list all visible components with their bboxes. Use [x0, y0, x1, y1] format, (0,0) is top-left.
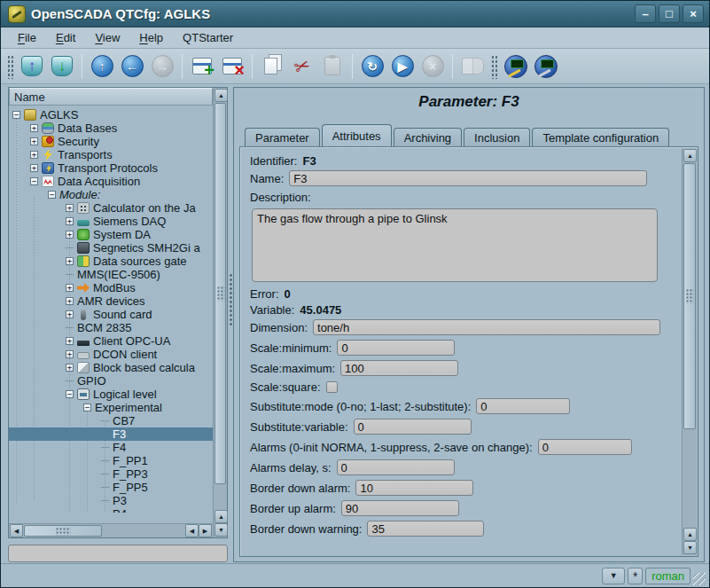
tab-inclusion[interactable]: Inclusion	[464, 128, 530, 146]
tree-vertical-scrollbar[interactable]: ▲ ▲ ▼	[213, 88, 227, 537]
collapse-expander-icon[interactable]: −	[83, 404, 91, 412]
collapse-expander-icon[interactable]: −	[66, 390, 74, 398]
substitute-mode-input[interactable]	[476, 398, 570, 414]
tree-item-transport-protocols[interactable]: +Transport Protocols	[9, 161, 213, 175]
menu-edit[interactable]: Edit	[46, 28, 85, 47]
tree-item-sound-card[interactable]: +Sound card	[9, 308, 213, 321]
expand-expander-icon[interactable]: +	[30, 124, 38, 132]
tree-item-bcm-2835[interactable]: BCM 2835	[9, 321, 213, 334]
maximize-button[interactable]: □	[659, 4, 680, 23]
tree-item-f-pp5[interactable]: F_PP5	[9, 481, 213, 494]
menu-qtstarter[interactable]: QTStarter	[173, 28, 243, 47]
tab-attributes[interactable]: Attributes	[322, 124, 392, 146]
tree-item-system-da[interactable]: +System DA	[9, 228, 213, 241]
tree-item-data-acquisition[interactable]: −Data Acquisition	[9, 175, 213, 188]
cut-item-button[interactable]	[288, 52, 316, 81]
delete-item-button[interactable]	[218, 52, 246, 81]
expand-expander-icon[interactable]: +	[66, 257, 74, 265]
tree-item-data-sources-gate[interactable]: +Data sources gate	[9, 255, 213, 268]
scroll-up-button[interactable]: ▲	[215, 89, 228, 102]
expand-expander-icon[interactable]: +	[66, 350, 74, 358]
tree-item-segnetics-smh2gi-a[interactable]: Segnetics SMH2Gi a	[9, 241, 213, 255]
tree-item-experimental[interactable]: −Experimental	[9, 401, 213, 414]
save-to-db-button[interactable]	[48, 52, 76, 81]
expand-expander-icon[interactable]: +	[66, 217, 74, 225]
paste-item-button[interactable]	[318, 52, 347, 81]
alarms-delay-input[interactable]	[337, 459, 455, 475]
tree-item-f-pp3[interactable]: F_PP3	[9, 467, 213, 481]
collapse-expander-icon[interactable]: −	[48, 191, 56, 199]
add-item-button[interactable]	[188, 52, 216, 81]
resize-grip-icon[interactable]	[693, 573, 706, 585]
scroll-left-button[interactable]: ◀	[185, 524, 199, 537]
tree-item-aglks[interactable]: −AGLKS	[9, 108, 213, 122]
description-textarea[interactable]	[252, 208, 658, 282]
toolbar-handle[interactable]	[491, 54, 497, 79]
scroll-right-button[interactable]: ▶	[199, 524, 212, 537]
tree-item-mms-iec-9506[interactable]: MMS(IEC-9506)	[9, 268, 213, 281]
tree-item-f-pp1[interactable]: F_PP1	[9, 454, 213, 467]
expand-expander-icon[interactable]: +	[66, 231, 74, 239]
tree-item-f4[interactable]: F4	[9, 441, 213, 454]
collapse-expander-icon[interactable]: −	[30, 177, 38, 185]
expand-expander-icon[interactable]: +	[66, 310, 74, 318]
tree-item-transports[interactable]: +Transports	[9, 148, 213, 161]
expand-expander-icon[interactable]: +	[66, 204, 74, 212]
load-from-db-button[interactable]	[18, 52, 46, 81]
scale-square-checkbox[interactable]	[326, 381, 338, 393]
tab-template-configuration[interactable]: Template configuration	[532, 128, 669, 146]
substitute-variable-input[interactable]	[354, 419, 472, 435]
tree-item-f3[interactable]: F3	[9, 427, 213, 441]
border-down-warning-input[interactable]	[367, 521, 484, 537]
qtstarter-daq-button[interactable]	[502, 52, 530, 81]
expand-expander-icon[interactable]: +	[66, 337, 74, 345]
manual-button[interactable]	[458, 52, 487, 81]
tree-item-module[interactable]: −Module:	[9, 188, 213, 201]
scroll-up-button[interactable]: ▲	[683, 528, 697, 541]
tree-item-dcon-client[interactable]: +DCON client	[9, 348, 213, 361]
scroll-left-button[interactable]: ◀	[10, 524, 23, 537]
qtstarter-config-button[interactable]	[532, 52, 560, 81]
copy-item-button[interactable]	[258, 52, 286, 81]
scrollbar-thumb[interactable]	[683, 163, 696, 429]
tree-item-modbus[interactable]: +ModBus	[9, 281, 213, 294]
alarms-input[interactable]	[538, 439, 632, 455]
stop-button[interactable]: ×	[418, 52, 447, 81]
border-up-alarm-input[interactable]	[341, 500, 459, 516]
scrollbar-thumb[interactable]	[215, 103, 226, 484]
expand-expander-icon[interactable]: +	[66, 297, 74, 305]
back-button[interactable]: ←	[118, 52, 146, 81]
status-star-button[interactable]: *	[628, 568, 643, 584]
dimension-input[interactable]	[313, 319, 660, 335]
tree-item-siemens-daq[interactable]: +Siemens DAQ	[9, 215, 213, 228]
tree-item-calculator-on-the-ja[interactable]: +Calculator on the Ja	[9, 201, 213, 215]
tab-parameter[interactable]: Parameter	[245, 128, 320, 146]
toolbar-handle[interactable]	[7, 54, 13, 79]
scroll-down-button[interactable]: ▼	[683, 541, 697, 554]
menu-view[interactable]: View	[85, 28, 129, 47]
content-vertical-scrollbar[interactable]: ▲ ▲ ▼	[682, 148, 697, 555]
tree-item-data-bases[interactable]: +Data Bases	[9, 122, 213, 135]
expand-expander-icon[interactable]: +	[30, 137, 38, 145]
tree-item-amr-devices[interactable]: +AMR devices	[9, 294, 213, 308]
collapse-expander-icon[interactable]: −	[12, 111, 20, 119]
expand-expander-icon[interactable]: +	[66, 284, 74, 292]
start-button[interactable]: ▶	[388, 52, 417, 81]
tree-item-gpio[interactable]: GPIO	[9, 374, 213, 388]
menu-help[interactable]: Help	[129, 28, 173, 47]
name-input[interactable]	[289, 170, 647, 186]
minimize-button[interactable]: –	[635, 4, 656, 23]
tree-item-p4[interactable]: P4	[9, 507, 213, 513]
scale-maximum-input[interactable]	[340, 360, 458, 376]
close-button[interactable]: ×	[683, 4, 704, 23]
scroll-up-button[interactable]: ▲	[215, 510, 228, 523]
menu-file[interactable]: File	[8, 28, 46, 47]
tree-item-block-based-calcula[interactable]: +Block based calcula	[9, 361, 213, 374]
tree-item-p3[interactable]: P3	[9, 494, 213, 507]
tree-horizontal-scrollbar[interactable]: ◀ ◀ ▶	[9, 523, 213, 537]
border-down-alarm-input[interactable]	[355, 480, 473, 496]
tree-item-logical-level[interactable]: −Logical level	[9, 388, 213, 401]
tree-item-client-opc-ua[interactable]: +Client OPC-UA	[9, 334, 213, 348]
tree-filter-input[interactable]	[8, 545, 228, 562]
expand-expander-icon[interactable]: +	[30, 151, 38, 159]
